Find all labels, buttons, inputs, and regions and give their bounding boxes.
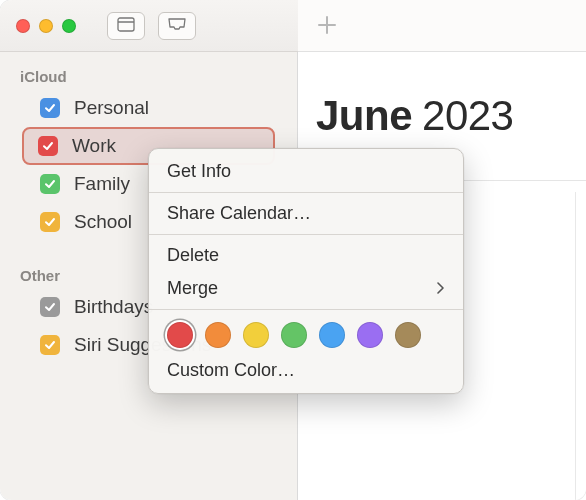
color-swatch[interactable] <box>281 322 307 348</box>
color-swatch-row <box>149 314 463 354</box>
calendar-checkbox[interactable] <box>40 335 60 355</box>
sidebar-section-header: iCloud <box>0 60 297 89</box>
calendar-label: Personal <box>74 97 149 119</box>
menu-item-label: Get Info <box>167 161 231 182</box>
main-toolbar <box>298 0 586 52</box>
menu-separator <box>149 234 463 235</box>
menu-separator <box>149 309 463 310</box>
color-swatch[interactable] <box>243 322 269 348</box>
calendar-checkbox[interactable] <box>38 136 58 156</box>
minimize-window-button[interactable] <box>39 19 53 33</box>
calendar-label: Birthdays <box>74 296 153 318</box>
menu-item-label: Delete <box>167 245 219 266</box>
calendar-item-personal[interactable]: Personal <box>0 89 297 127</box>
zoom-window-button[interactable] <box>62 19 76 33</box>
color-swatch[interactable] <box>205 322 231 348</box>
inbox-button[interactable] <box>158 12 196 40</box>
menu-share-calendar[interactable]: Share Calendar… <box>149 197 463 230</box>
grid-line <box>575 192 576 500</box>
calendar-checkbox[interactable] <box>40 98 60 118</box>
color-swatch[interactable] <box>167 322 193 348</box>
calendar-label: Work <box>72 135 116 157</box>
date-title: June 2023 <box>298 52 586 140</box>
menu-custom-color[interactable]: Custom Color… <box>149 354 463 387</box>
menu-delete[interactable]: Delete <box>149 239 463 272</box>
menu-item-label: Share Calendar… <box>167 203 311 224</box>
menu-get-info[interactable]: Get Info <box>149 155 463 188</box>
calendar-checkbox[interactable] <box>40 297 60 317</box>
svg-rect-0 <box>118 18 134 31</box>
color-swatch[interactable] <box>357 322 383 348</box>
menu-separator <box>149 192 463 193</box>
calendar-icon <box>117 16 135 36</box>
menu-item-label: Custom Color… <box>167 360 295 381</box>
color-swatch[interactable] <box>395 322 421 348</box>
calendar-checkbox[interactable] <box>40 174 60 194</box>
month-label: June <box>316 92 412 140</box>
year-label: 2023 <box>422 92 513 140</box>
close-window-button[interactable] <box>16 19 30 33</box>
menu-item-label: Merge <box>167 278 218 299</box>
color-swatch[interactable] <box>319 322 345 348</box>
inbox-icon <box>167 17 187 35</box>
context-menu: Get Info Share Calendar… Delete Merge Cu… <box>148 148 464 394</box>
chevron-right-icon <box>436 280 445 298</box>
menu-merge[interactable]: Merge <box>149 272 463 305</box>
add-event-button[interactable] <box>316 11 338 41</box>
calendar-label: School <box>74 211 132 233</box>
calendar-checkbox[interactable] <box>40 212 60 232</box>
calendar-view-button[interactable] <box>107 12 145 40</box>
calendar-label: Family <box>74 173 130 195</box>
